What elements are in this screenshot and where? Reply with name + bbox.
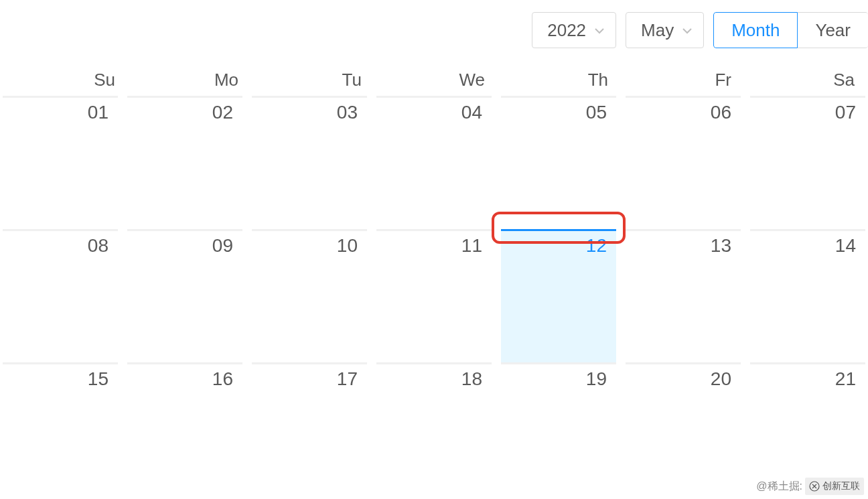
day-number: 11 — [461, 235, 482, 256]
calendar-day[interactable]: 18 — [376, 362, 492, 470]
calendar-weeks: 0102030405060708091011121314151617181920… — [0, 96, 868, 470]
calendar-day[interactable]: 02 — [127, 96, 242, 229]
day-number: 18 — [461, 368, 482, 389]
view-month-button[interactable]: Month — [713, 12, 798, 48]
weekday-label: Tu — [249, 64, 372, 96]
calendar: SuMoTuWeThFrSa 0102030405060708091011121… — [0, 64, 868, 470]
brand-icon — [809, 481, 820, 492]
calendar-header-controls: 2022 May Month Year — [532, 12, 868, 48]
weekday-label: Su — [3, 64, 126, 96]
day-number: 01 — [88, 102, 108, 123]
day-number: 09 — [212, 235, 233, 256]
chevron-down-icon — [682, 25, 691, 35]
weekday-label: Sa — [742, 64, 865, 96]
month-value: May — [641, 20, 674, 41]
calendar-day[interactable]: 09 — [127, 229, 242, 362]
calendar-day[interactable]: 08 — [3, 229, 118, 362]
year-select[interactable]: 2022 — [532, 12, 616, 48]
view-toggle: Month Year — [713, 12, 868, 48]
day-number: 17 — [337, 368, 358, 389]
calendar-day[interactable]: 11 — [376, 229, 492, 362]
weekday-label: We — [372, 64, 496, 96]
day-number: 15 — [88, 368, 108, 389]
view-year-button[interactable]: Year — [798, 12, 868, 48]
weekday-label: Fr — [619, 64, 742, 96]
calendar-week-row: 08091011121314 — [0, 229, 868, 362]
calendar-day[interactable]: 01 — [3, 96, 118, 229]
weekday-header-row: SuMoTuWeThFrSa — [0, 64, 868, 96]
watermark-text: @稀土掘: — [756, 480, 802, 494]
watermark: @稀土掘: 创新互联 — [756, 478, 864, 495]
calendar-week-row: 15161718192021 — [0, 362, 868, 470]
calendar-day[interactable]: 21 — [750, 362, 865, 470]
calendar-day[interactable]: 19 — [501, 362, 616, 470]
weekday-label: Th — [496, 64, 619, 96]
day-number: 21 — [835, 368, 856, 389]
day-number: 07 — [835, 102, 856, 123]
calendar-week-row: 01020304050607 — [0, 96, 868, 229]
chevron-down-icon — [594, 25, 603, 35]
month-select[interactable]: May — [626, 12, 704, 48]
day-number: 03 — [337, 102, 358, 123]
calendar-day-today[interactable]: 12 — [501, 229, 616, 362]
day-number: 02 — [212, 102, 233, 123]
calendar-day[interactable]: 20 — [626, 362, 741, 470]
day-number: 20 — [711, 368, 731, 389]
day-number: 14 — [835, 235, 856, 256]
calendar-day[interactable]: 13 — [626, 229, 741, 362]
day-number: 05 — [586, 102, 607, 123]
watermark-brand-badge: 创新互联 — [805, 478, 864, 495]
calendar-day[interactable]: 06 — [626, 96, 741, 229]
year-value: 2022 — [547, 20, 586, 41]
calendar-day[interactable]: 10 — [252, 229, 367, 362]
day-number: 16 — [212, 368, 233, 389]
watermark-brand-text: 创新互联 — [822, 480, 860, 492]
calendar-day[interactable]: 14 — [750, 229, 865, 362]
calendar-day[interactable]: 17 — [252, 362, 367, 470]
calendar-day[interactable]: 15 — [3, 362, 118, 470]
calendar-day[interactable]: 03 — [252, 96, 367, 229]
day-number: 10 — [337, 235, 358, 256]
day-number: 06 — [711, 102, 731, 123]
calendar-day[interactable]: 16 — [127, 362, 242, 470]
calendar-day[interactable]: 07 — [750, 96, 865, 229]
weekday-label: Mo — [126, 64, 249, 96]
day-number: 13 — [711, 235, 731, 256]
day-number: 12 — [586, 235, 607, 256]
day-number: 08 — [88, 235, 108, 256]
calendar-day[interactable]: 05 — [501, 96, 616, 229]
day-number: 19 — [586, 368, 607, 389]
day-number: 04 — [461, 102, 482, 123]
calendar-day[interactable]: 04 — [376, 96, 492, 229]
